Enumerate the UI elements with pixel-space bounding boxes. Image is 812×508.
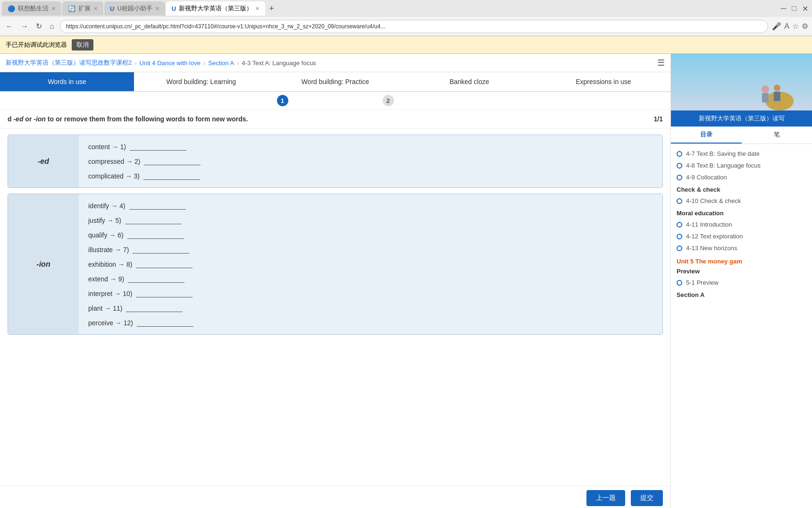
sidebar-item-4-13[interactable]: 4-13 New horizons [677,242,806,254]
word-complicated: complicated → 3) [88,172,140,180]
word-content: content → 1) [88,143,126,151]
breadcrumb-sep-1: › [134,59,136,67]
svg-point-5 [774,85,780,91]
answer-input-12[interactable] [137,319,193,327]
answer-input-4[interactable] [129,202,186,210]
back-button[interactable]: ← [4,21,15,32]
sidebar-tab-contents[interactable]: 目录 [671,127,742,144]
tab-2-close[interactable]: ✕ [93,6,98,12]
answer-input-2[interactable] [144,157,201,165]
sidebar-dot [677,198,682,204]
tab-1[interactable]: 🔵 联想酷生活 ✕ [2,1,61,16]
sidebar-item-4-11[interactable]: 4-11 Introduction [677,219,806,230]
tab-2[interactable]: 🔄 扩展 ✕ [62,1,103,16]
step-1[interactable]: 1 [277,95,288,106]
new-tab-button[interactable]: + [266,4,277,14]
sidebar-item-4-12[interactable]: 4-12 Text exploration [677,230,806,242]
forward-button[interactable]: → [19,21,30,32]
bottom-bar: 上一题 提交 [0,486,670,508]
notification-bar: 手已开始调试此浏览器 取消 [0,36,812,54]
url-input[interactable] [60,20,769,33]
ed-section: -ed content → 1) compressed → 2) complic… [8,135,663,188]
word-justify: justify → 5) [88,217,121,224]
sidebar-item-label: 4-12 Text exploration [686,233,743,240]
sidebar-unit5-title[interactable]: Unit 5 The money gam [677,258,806,265]
sidebar-tab-notes[interactable]: 笔 [742,127,812,144]
sidebar-item-4-7[interactable]: 4-7 Text B: Saving the date [677,148,806,160]
submit-button[interactable]: 提交 [631,490,663,506]
address-bar: ← → ↻ ⌂ 🎤 A ☆ ⚙ [0,17,812,36]
answer-input-5[interactable] [125,216,182,224]
tab-words-in-use[interactable]: Words in use [0,72,134,91]
word-extend: extend → 9) [88,275,124,283]
prev-button[interactable]: 上一题 [586,490,625,506]
answer-input-8[interactable] [136,260,193,268]
breadcrumb-item-1[interactable]: 新视野大学英语（第三版）读写思政数字课程2 [6,59,132,67]
sidebar-item-label: 5-1 Preview [686,279,719,286]
window-close-button[interactable]: ✕ [800,3,810,14]
tab-expressions-in-use[interactable]: Expressions in use [536,72,670,91]
exercise-area: -ed content → 1) compressed → 2) complic… [0,129,670,486]
tab-3-close[interactable]: ✕ [155,6,159,12]
answer-input-6[interactable] [127,231,184,239]
ed-label: -ed [8,135,79,187]
notif-text: 手已开始调试此浏览器 [6,41,67,49]
cancel-button[interactable]: 取消 [72,39,93,51]
maximize-button[interactable]: □ [790,3,798,14]
tab-4-close[interactable]: ✕ [255,6,260,12]
sidebar-title: 新视野大学英语（第三版）读写 [671,110,812,127]
tab-3[interactable]: U U校园小助手 ✕ [104,1,165,16]
list-item: identify → 4) [88,202,653,210]
sidebar-item-4-8[interactable]: 4-8 Text B: Language focus [677,160,806,171]
word-interpret: interpret → 10) [88,290,132,297]
breadcrumb-item-3[interactable]: Section A [208,59,234,67]
svg-point-3 [762,85,769,93]
answer-input-7[interactable] [133,246,189,254]
list-item: illustrate → 7) [88,246,653,254]
tab-banked-cloze[interactable]: Banked cloze [402,72,536,91]
answer-input-11[interactable] [126,304,183,312]
answer-input-9[interactable] [128,275,184,283]
star-icon[interactable]: ☆ [792,22,799,31]
refresh-button[interactable]: ↻ [34,21,44,32]
sidebar-item-4-10[interactable]: 4-10 Check & check [677,195,806,207]
ion-label: -ion [8,194,79,334]
sidebar-content: 4-7 Text B: Saving the date 4-8 Text B: … [671,144,812,304]
sidebar-image [671,54,812,110]
breadcrumb: 新视野大学英语（第三版）读写思政数字课程2 › Unit 4 Dance wit… [0,54,670,72]
word-plant: plant → 11) [88,305,122,312]
sidebar-dot [677,163,682,169]
sidebar-item-4-9[interactable]: 4-9 Collocation [677,171,806,183]
tab-word-building-learning[interactable]: Word building: Learning [134,72,268,91]
home-button[interactable]: ⌂ [48,21,56,32]
settings-icon[interactable]: ⚙ [802,22,808,31]
tab-bar: 🔵 联想酷生活 ✕ 🔄 扩展 ✕ U U校园小助手 ✕ U 新视野大学英语（第三… [0,0,812,17]
menu-icon[interactable]: ☰ [657,58,665,68]
word-exhibition: exhibition → 8) [88,261,132,268]
minimize-button[interactable]: ─ [779,3,788,14]
step-2[interactable]: 2 [383,95,394,106]
word-qualify: qualify → 6) [88,231,124,239]
sidebar-section-moral: Moral education [677,210,806,217]
answer-input-3[interactable] [143,172,200,180]
tab-4-favicon: U [172,5,176,12]
step-indicators: 1 2 [0,92,670,110]
translate-icon[interactable]: A [784,22,789,31]
sidebar-item-5-1[interactable]: 5-1 Preview [677,277,806,288]
word-identify: identify → 4) [88,202,126,210]
tab-1-favicon: 🔵 [8,5,15,12]
sidebar-dot [677,151,682,157]
breadcrumb-item-2[interactable]: Unit 4 Dance with love [140,59,201,67]
mic-icon[interactable]: 🎤 [772,22,781,31]
tab-2-favicon: 🔄 [68,5,75,12]
breadcrumb-sep-2: › [203,59,205,67]
main-container: 新视野大学英语（第三版）读写思政数字课程2 › Unit 4 Dance wit… [0,54,812,508]
answer-input-10[interactable] [136,289,193,297]
ed-words: content → 1) compressed → 2) complicated… [79,135,662,187]
instructions-text: d -ed or -ion to or remove them from the… [8,115,248,123]
sidebar-item-label: 4-11 Introduction [686,221,732,228]
tab-4[interactable]: U 新视野大学英语（第三版） ✕ [166,1,265,16]
answer-input-1[interactable] [130,143,186,151]
tab-word-building-practice[interactable]: Word building: Practice [268,72,402,91]
tab-1-close[interactable]: ✕ [51,6,56,12]
